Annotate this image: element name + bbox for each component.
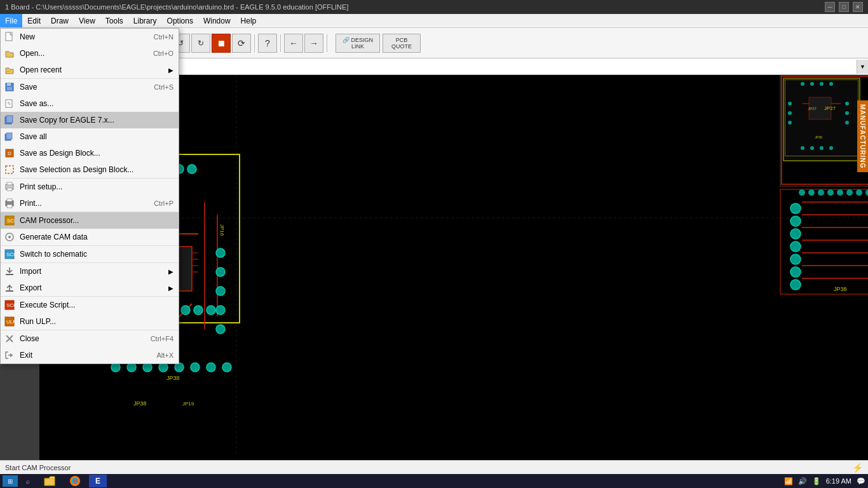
exit-icon: [3, 349, 16, 362]
svg-point-130: [790, 216, 801, 226]
design-link-group: 🔗 DESIGN LINK PCB QUOTE: [336, 34, 421, 53]
svg-point-84: [845, 102, 849, 105]
menu-help[interactable]: Help: [236, 14, 262, 27]
menu-close-label: Close: [20, 334, 147, 343]
menu-save-label: Save: [20, 83, 150, 92]
svg-point-41: [216, 268, 225, 276]
open-file-icon: [3, 47, 16, 60]
menu-tools[interactable]: Tools: [100, 14, 128, 27]
menu-print-setup[interactable]: Print setup...: [1, 179, 179, 195]
menu-edit[interactable]: Edit: [22, 14, 46, 27]
taskbar-firefox[interactable]: [64, 475, 86, 487]
svg-point-60: [127, 363, 136, 372]
help-button[interactable]: ?: [258, 34, 277, 53]
script-icon: SCR: [3, 299, 16, 311]
import-icon: [3, 265, 16, 278]
menu-options[interactable]: Options: [162, 14, 198, 27]
save-selection-icon: [3, 163, 16, 176]
menu-save[interactable]: Save Ctrl+S: [1, 79, 179, 95]
pcb-quote-button[interactable]: PCB QUOTE: [383, 34, 421, 53]
menu-export-arrow: ▶: [168, 285, 173, 292]
svg-point-92: [810, 146, 814, 150]
save-icon: [3, 81, 16, 93]
new-file-icon: [3, 30, 16, 43]
menu-import[interactable]: Import ▶: [1, 263, 179, 280]
menu-window[interactable]: Window: [198, 14, 236, 27]
replay-button[interactable]: ⟳: [232, 34, 251, 53]
svg-point-113: [827, 189, 834, 196]
menu-exit[interactable]: Exit Alt+X: [1, 347, 179, 363]
stop-button[interactable]: ⏹: [212, 34, 231, 53]
manufacturing-tab[interactable]: MANUFACTURING: [857, 100, 868, 172]
status-bar: Start CAM Processor ⚡: [0, 460, 868, 474]
redo-zoom-button[interactable]: ↻: [191, 34, 210, 53]
menu-run-ulp[interactable]: ULP Run ULP...: [1, 313, 179, 330]
svg-point-62: [159, 363, 168, 372]
command-dropdown-button[interactable]: ▼: [857, 60, 868, 74]
svg-point-133: [790, 254, 801, 264]
menu-new[interactable]: New Ctrl+N: [1, 29, 179, 45]
menu-library[interactable]: Library: [128, 14, 162, 27]
svg-point-110: [799, 189, 805, 196]
title-bar: 1 Board - C:\Users\sssss\Documents\EAGLE…: [0, 0, 868, 14]
design-link-button[interactable]: 🔗 DESIGN LINK: [336, 34, 380, 53]
menu-print-label: Print...: [20, 199, 150, 208]
menu-open[interactable]: Open... Ctrl+O: [1, 45, 179, 62]
taskbar-explorer[interactable]: [38, 475, 61, 487]
menu-export[interactable]: Export ▶: [1, 280, 179, 296]
save-design-icon: D: [3, 147, 16, 159]
generate-cam-icon: [3, 231, 16, 243]
menu-cam-processor[interactable]: SCH CAM Processor...: [1, 212, 179, 229]
menu-save-copy[interactable]: Save Copy for EAGLE 7.x...: [1, 112, 179, 128]
menu-save-as[interactable]: ✎ Save as...: [1, 95, 179, 112]
taskbar-notification-icon[interactable]: 💬: [857, 477, 865, 485]
svg-text:JP16: JP16: [219, 224, 225, 236]
save-all-icon: [3, 130, 16, 143]
menu-draw[interactable]: Draw: [46, 14, 74, 27]
svg-point-83: [788, 121, 792, 125]
menu-file[interactable]: File: [0, 14, 22, 27]
menu-exit-label: Exit: [20, 351, 153, 360]
svg-text:JP38: JP38: [815, 135, 822, 139]
close-button[interactable]: ✕: [853, 2, 863, 12]
svg-point-59: [111, 363, 120, 372]
svg-text:↩: ↩: [7, 69, 10, 73]
search-button[interactable]: ⌕: [20, 475, 36, 487]
svg-text:JP19: JP19: [182, 401, 194, 407]
menu-save-all[interactable]: Save all: [1, 128, 179, 145]
undo-button[interactable]: ←: [284, 34, 303, 53]
menu-print[interactable]: Print... Ctrl+P: [1, 195, 179, 212]
minimize-button[interactable]: ─: [825, 2, 835, 12]
menu-save-design[interactable]: D Save as Design Block...: [1, 145, 179, 161]
svg-point-85: [845, 111, 849, 115]
menu-generate-cam[interactable]: Generate CAM data: [1, 229, 179, 245]
menu-open-label: Open...: [20, 49, 149, 58]
menu-section-5: SCH Switch to schematic: [1, 246, 179, 263]
menu-save-shortcut: Ctrl+S: [154, 83, 173, 91]
redo-button[interactable]: →: [304, 34, 323, 53]
menu-switch-label: Switch to schematic: [20, 250, 173, 259]
menu-section-7: SCR Execute Script... ULP Run ULP...: [1, 297, 179, 330]
print-setup-icon: [3, 180, 16, 193]
taskbar-eagle[interactable]: E: [89, 475, 107, 487]
menu-execute-script[interactable]: SCR Execute Script...: [1, 297, 179, 313]
menu-save-selection[interactable]: Save Selection as Design Block...: [1, 161, 179, 178]
svg-point-63: [175, 363, 184, 372]
windows-start-button[interactable]: ⊞: [3, 475, 18, 487]
separator-2: [254, 34, 255, 52]
svg-point-114: [837, 189, 843, 196]
menu-save-copy-label: Save Copy for EAGLE 7.x...: [20, 116, 173, 125]
menu-view[interactable]: View: [74, 14, 100, 27]
menu-open-shortcut: Ctrl+O: [153, 50, 173, 57]
svg-text:JP27: JP27: [824, 105, 836, 111]
menu-open-recent[interactable]: ↩ Open recent ▶: [1, 62, 179, 78]
maximize-button[interactable]: □: [839, 2, 849, 12]
separator-4: [327, 34, 327, 52]
menu-switch-schematic[interactable]: SCH Switch to schematic: [1, 246, 179, 262]
menu-import-arrow: ▶: [168, 268, 173, 275]
svg-point-43: [216, 306, 225, 315]
menu-execute-script-label: Execute Script...: [20, 301, 173, 309]
menu-new-shortcut: Ctrl+N: [154, 33, 173, 41]
svg-point-135: [790, 280, 801, 290]
menu-close[interactable]: Close Ctrl+F4: [1, 330, 179, 347]
